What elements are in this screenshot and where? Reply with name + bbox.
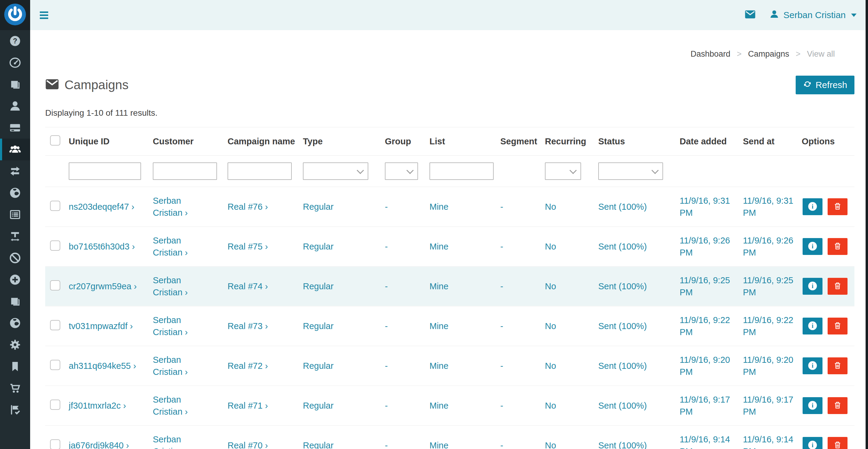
campaign-overview-button[interactable]: i [803,318,823,334]
campaign-status-link[interactable]: Sent (100%) [598,201,647,213]
campaign-delete-button[interactable] [828,357,847,374]
campaign-delete-button[interactable] [828,397,847,414]
breadcrumb-campaigns[interactable]: Campaigns [748,50,789,59]
sidebar-item-user[interactable] [0,95,30,117]
campaign-delete-button[interactable] [828,437,847,449]
sidebar-item-question-circle[interactable]: ? [0,30,30,52]
campaign-date-added-link[interactable]: 11/9/16, 9:22 PM [680,314,737,338]
campaign-recurring-link[interactable]: No [545,360,556,372]
campaign-unique-id-link[interactable]: tv031mpwazfdf › [69,320,133,332]
campaign-send-at-link[interactable]: 11/9/16, 9:31 PM [743,195,796,219]
campaign-delete-button[interactable] [828,278,847,295]
campaign-unique-id-link[interactable]: bo7165t6h30d3 › [69,240,135,253]
campaign-unique-id-link[interactable]: cr207grwm59ea › [69,280,137,292]
sidebar-item-users[interactable] [0,139,30,160]
filter-list-input[interactable] [430,162,494,180]
campaign-name-link[interactable]: Real #74 › [227,280,268,292]
sidebar-item-exchange[interactable] [0,160,30,182]
filter-unique-id-input[interactable] [69,162,141,180]
select-all-checkbox[interactable] [50,135,60,146]
campaign-status-link[interactable]: Sent (100%) [598,280,647,292]
campaign-status-link[interactable]: Sent (100%) [598,399,647,412]
campaign-date-added-link[interactable]: 11/9/16, 9:26 PM [680,234,737,259]
campaign-status-link[interactable]: Sent (100%) [598,320,647,332]
app-logo[interactable] [0,0,30,30]
campaign-customer-link[interactable]: Serban Cristian › [153,354,207,378]
row-checkbox[interactable] [50,201,60,211]
campaign-overview-button[interactable]: i [803,238,823,255]
campaign-group-link[interactable]: - [385,320,388,332]
campaign-segment-link[interactable]: - [500,240,503,253]
campaign-date-added-link[interactable]: 11/9/16, 9:31 PM [680,195,737,219]
filter-type-select[interactable] [303,162,368,180]
sidebar-item-globe[interactable] [0,182,30,204]
sidebar-item-credit-card[interactable] [0,117,30,139]
campaign-recurring-link[interactable]: No [545,240,556,253]
sidebar-item-ban[interactable] [0,247,30,269]
campaign-segment-link[interactable]: - [500,439,503,449]
campaign-group-link[interactable]: - [385,439,388,449]
campaign-name-link[interactable]: Real #76 › [227,201,268,213]
campaign-name-link[interactable]: Real #71 › [227,399,268,412]
campaign-type-link[interactable]: Regular [303,360,334,372]
sidebar-item-book[interactable] [0,290,30,312]
campaign-recurring-link[interactable]: No [545,439,556,449]
campaign-overview-button[interactable]: i [803,357,823,374]
campaign-overview-button[interactable]: i [803,278,823,295]
filter-recurring-select[interactable] [545,162,581,180]
campaign-type-link[interactable]: Regular [303,439,334,449]
campaign-date-added-link[interactable]: 11/9/16, 9:20 PM [680,354,737,378]
user-menu[interactable]: Serban Cristian [770,9,857,21]
campaign-customer-link[interactable]: Serban Cristian › [153,274,207,298]
row-checkbox[interactable] [50,439,60,449]
campaign-unique-id-link[interactable]: ah311q694ke55 › [69,360,136,372]
menu-toggle-button[interactable] [39,10,49,21]
campaign-recurring-link[interactable]: No [545,201,556,213]
row-checkbox[interactable] [50,399,60,410]
campaign-list-link[interactable]: Mine [430,360,448,372]
campaign-name-link[interactable]: Real #72 › [227,360,268,372]
campaign-send-at-link[interactable]: 11/9/16, 9:20 PM [743,354,796,378]
campaign-unique-id-link[interactable]: jf301tmxrla2c › [69,399,126,412]
campaign-overview-button[interactable]: i [803,198,823,215]
campaign-list-link[interactable]: Mine [430,240,448,253]
campaign-send-at-link[interactable]: 11/9/16, 9:26 PM [743,234,796,259]
campaign-group-link[interactable]: - [385,280,388,292]
campaign-name-link[interactable]: Real #70 › [227,439,268,449]
filter-group-select[interactable] [385,162,418,180]
sidebar-item-plus-circle[interactable] [0,269,30,290]
campaign-type-link[interactable]: Regular [303,240,334,253]
campaign-recurring-link[interactable]: No [545,280,556,292]
campaign-recurring-link[interactable]: No [545,399,556,412]
sidebar-item-globe-2[interactable] [0,312,30,334]
breadcrumb-dashboard[interactable]: Dashboard [690,50,730,59]
sidebar-item-bookmark[interactable] [0,356,30,377]
campaign-date-added-link[interactable]: 11/9/16, 9:14 PM [680,433,737,449]
campaign-type-link[interactable]: Regular [303,201,334,213]
campaign-customer-link[interactable]: Serban Cristian › [153,433,207,449]
campaign-customer-link[interactable]: Serban Cristian › [153,234,207,259]
sidebar-item-pages[interactable] [0,73,30,95]
sidebar-item-gauge[interactable] [0,52,30,73]
campaign-name-link[interactable]: Real #75 › [227,240,268,253]
campaign-send-at-link[interactable]: 11/9/16, 9:25 PM [743,274,796,298]
filter-customer-input[interactable] [153,162,217,180]
campaign-list-link[interactable]: Mine [430,439,448,449]
filter-status-select[interactable] [598,162,663,180]
campaign-group-link[interactable]: - [385,399,388,412]
campaign-status-link[interactable]: Sent (100%) [598,240,647,253]
messages-button[interactable] [745,10,755,20]
scrollbar[interactable] [866,0,868,449]
campaign-overview-button[interactable]: i [803,397,823,414]
campaign-customer-link[interactable]: Serban Cristian › [153,314,207,338]
campaign-send-at-link[interactable]: 11/9/16, 9:22 PM [743,314,796,338]
row-checkbox[interactable] [50,280,60,290]
campaign-customer-link[interactable]: Serban Cristian › [153,195,207,219]
campaign-segment-link[interactable]: - [500,201,503,213]
campaign-date-added-link[interactable]: 11/9/16, 9:17 PM [680,393,737,418]
campaign-type-link[interactable]: Regular [303,280,334,292]
campaign-send-at-link[interactable]: 11/9/16, 9:14 PM [743,433,796,449]
campaign-name-link[interactable]: Real #73 › [227,320,268,332]
campaign-type-link[interactable]: Regular [303,399,334,412]
campaign-list-link[interactable]: Mine [430,399,448,412]
